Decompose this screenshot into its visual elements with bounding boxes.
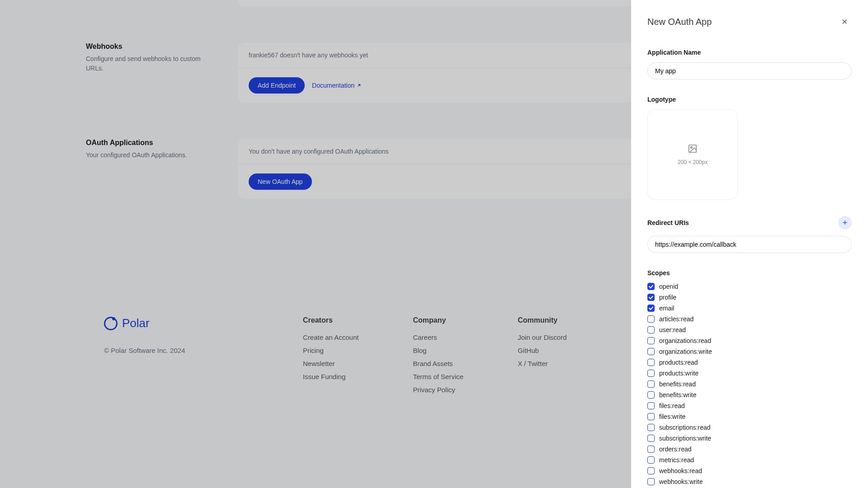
drawer-title: New OAuth App [647,17,712,27]
scope-checkbox[interactable] [647,305,655,312]
scope-checkbox[interactable] [647,391,655,399]
scope-item: webhooks:write [647,478,852,485]
scope-label: subscriptions:read [659,424,711,431]
scope-label: benefits:read [659,380,696,388]
scope-checkbox[interactable] [647,315,655,323]
scope-item: benefits:read [647,380,852,388]
scope-item: organizations:read [647,337,852,344]
plus-icon: + [843,218,848,228]
svg-point-1 [690,146,692,148]
scope-checkbox[interactable] [647,446,655,453]
scopes-label: Scopes [647,269,852,277]
scope-item: products:write [647,370,852,377]
scope-label: metrics:read [659,456,694,464]
close-button[interactable] [837,14,852,29]
scope-label: orders:read [659,446,692,453]
scope-label: products:write [659,370,698,377]
scope-label: webhooks:write [659,478,703,485]
scope-checkbox[interactable] [647,326,655,333]
scope-label: files:write [659,413,685,420]
app-name-input[interactable] [647,62,852,80]
scope-checkbox[interactable] [647,380,655,388]
logotype-hint: 200 × 200px [678,159,708,165]
scope-label: organizations:read [659,337,711,344]
scope-checkbox[interactable] [647,402,655,409]
scope-item: openid [647,283,852,290]
scope-checkbox[interactable] [647,370,655,377]
scope-label: articles:read [659,315,693,323]
new-oauth-drawer: New OAuth App Application Name Logotype … [631,0,868,488]
scope-item: subscriptions:write [647,435,852,442]
scope-item: products:read [647,359,852,366]
scope-item: user:read [647,326,852,333]
logotype-label: Logotype [647,96,852,103]
scope-item: organizations:write [647,348,852,355]
scope-checkbox[interactable] [647,467,655,474]
scope-label: products:read [659,359,698,366]
scope-checkbox[interactable] [647,435,655,442]
scope-checkbox[interactable] [647,348,655,355]
scope-item: subscriptions:read [647,424,852,431]
scope-checkbox[interactable] [647,424,655,431]
scope-item: files:write [647,413,852,420]
scope-item: email [647,305,852,312]
scope-checkbox[interactable] [647,337,655,344]
scope-checkbox[interactable] [647,359,655,366]
scope-item: webhooks:read [647,467,852,474]
scope-label: webhooks:read [659,467,702,474]
close-icon [840,18,849,26]
scope-checkbox[interactable] [647,294,655,301]
scope-item: profile [647,294,852,301]
scope-item: metrics:read [647,456,852,464]
app-name-label: Application Name [647,49,852,56]
scope-checkbox[interactable] [647,456,655,464]
scope-item: files:read [647,402,852,409]
scope-label: email [659,305,674,312]
scope-checkbox[interactable] [647,413,655,420]
scope-item: benefits:write [647,391,852,399]
scope-item: orders:read [647,446,852,453]
scope-checkbox[interactable] [647,283,655,290]
scope-label: benefits:write [659,391,696,399]
image-icon [688,144,698,154]
scope-label: organizations:write [659,348,712,355]
add-redirect-uri-button[interactable]: + [838,216,852,230]
scope-item: articles:read [647,315,852,323]
redirect-uri-input[interactable] [647,236,852,253]
scope-checkbox[interactable] [647,478,655,485]
scope-label: subscriptions:write [659,435,711,442]
logotype-upload[interactable]: 200 × 200px [647,109,738,200]
scope-label: user:read [659,326,686,333]
scope-label: openid [659,283,678,290]
scope-label: profile [659,294,676,301]
redirect-uris-label: Redirect URIs [647,219,689,226]
scope-label: files:read [659,402,685,409]
